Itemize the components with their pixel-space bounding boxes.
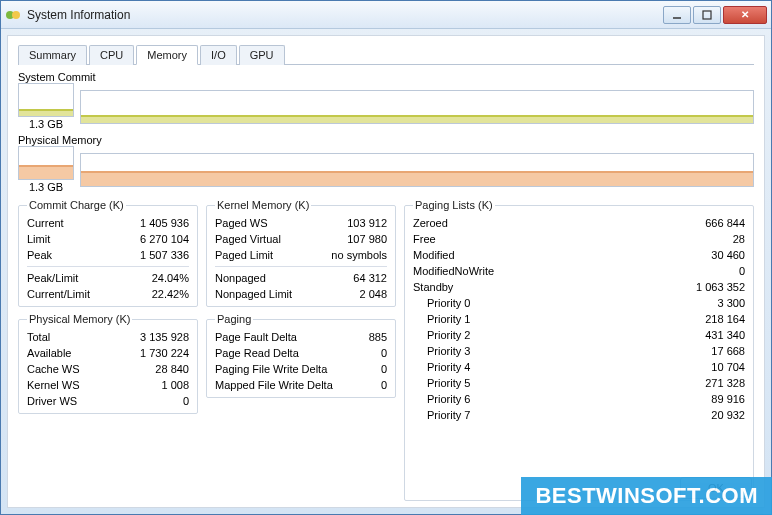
- stat-key: Nonpaged Limit: [215, 286, 292, 302]
- stat-value: no symbols: [321, 247, 387, 263]
- stat-value: 1 507 336: [130, 247, 189, 263]
- stat-value: 28: [723, 231, 745, 247]
- stat-row: Peak/Limit24.04%: [27, 270, 189, 286]
- stat-key: Priority 0: [427, 295, 470, 311]
- stat-row: Priority 689 916: [413, 391, 745, 407]
- system-commit-block: System Commit 1.3 GB: [18, 71, 754, 130]
- stat-value: 20 932: [701, 407, 745, 423]
- stat-row: Priority 317 668: [413, 343, 745, 359]
- window-buttons: ✕: [661, 6, 767, 24]
- stat-value: 89 916: [701, 391, 745, 407]
- stat-key: Current: [27, 215, 64, 231]
- stat-value: 0: [729, 263, 745, 279]
- stat-value: 17 668: [701, 343, 745, 359]
- stat-row: Limit6 270 104: [27, 231, 189, 247]
- kernel-memory-group: Kernel Memory (K) Paged WS103 912Paged V…: [206, 199, 396, 307]
- tab-summary[interactable]: Summary: [18, 45, 87, 65]
- content-area: Summary CPU Memory I/O GPU System Commit…: [7, 35, 765, 508]
- stat-value: 271 328: [695, 375, 745, 391]
- stat-row: Zeroed666 844: [413, 215, 745, 231]
- stat-value: 0: [371, 361, 387, 377]
- stat-key: Page Fault Delta: [215, 329, 297, 345]
- stat-key: Free: [413, 231, 436, 247]
- stat-key: Paged WS: [215, 215, 268, 231]
- stat-value: 1 008: [151, 377, 189, 393]
- stat-value: 1 405 936: [130, 215, 189, 231]
- stat-value: 666 844: [695, 215, 745, 231]
- stat-key: Current/Limit: [27, 286, 90, 302]
- stat-value: 64 312: [343, 270, 387, 286]
- stat-key: Cache WS: [27, 361, 80, 377]
- stat-value: 3 300: [707, 295, 745, 311]
- stat-value: 10 704: [701, 359, 745, 375]
- tab-cpu[interactable]: CPU: [89, 45, 134, 65]
- stat-row: Priority 03 300: [413, 295, 745, 311]
- maximize-button[interactable]: [693, 6, 721, 24]
- stat-key: Nonpaged: [215, 270, 266, 286]
- stat-key: Limit: [27, 231, 50, 247]
- stat-value: 22.42%: [142, 286, 189, 302]
- stat-key: Priority 5: [427, 375, 470, 391]
- stat-value: 1 063 352: [686, 279, 745, 295]
- stat-row: Driver WS0: [27, 393, 189, 409]
- stat-key: Peak/Limit: [27, 270, 78, 286]
- stat-row: Paging File Write Delta0: [215, 361, 387, 377]
- stat-key: Priority 2: [427, 327, 470, 343]
- stat-key: Kernel WS: [27, 377, 80, 393]
- system-commit-label: System Commit: [18, 71, 754, 83]
- stat-row: Total3 135 928: [27, 329, 189, 345]
- titlebar[interactable]: System Information ✕: [1, 1, 771, 29]
- app-icon: [5, 7, 21, 23]
- stat-value: 0: [371, 377, 387, 393]
- stat-value: 107 980: [337, 231, 387, 247]
- tab-gpu[interactable]: GPU: [239, 45, 285, 65]
- stat-row: Peak1 507 336: [27, 247, 189, 263]
- stat-row: Page Read Delta0: [215, 345, 387, 361]
- stat-row: Priority 1218 164: [413, 311, 745, 327]
- commit-charge-legend: Commit Charge (K): [27, 199, 126, 211]
- stat-row: Kernel WS1 008: [27, 377, 189, 393]
- stat-key: Peak: [27, 247, 52, 263]
- system-commit-value: 1.3 GB: [18, 118, 74, 130]
- stat-value: 2 048: [349, 286, 387, 302]
- stat-key: Priority 3: [427, 343, 470, 359]
- stat-key: Priority 1: [427, 311, 470, 327]
- stat-row: Paged WS103 912: [215, 215, 387, 231]
- stat-row: Available1 730 224: [27, 345, 189, 361]
- stat-value: 3 135 928: [130, 329, 189, 345]
- physical-memory-group: Physical Memory (K) Total3 135 928Availa…: [18, 313, 198, 414]
- stat-row: Standby1 063 352: [413, 279, 745, 295]
- stat-key: Page Read Delta: [215, 345, 299, 361]
- stat-value: 30 460: [701, 247, 745, 263]
- stat-row: Nonpaged Limit2 048: [215, 286, 387, 302]
- stat-row: Free28: [413, 231, 745, 247]
- stat-row: Priority 5271 328: [413, 375, 745, 391]
- svg-point-1: [12, 11, 20, 19]
- stat-key: Available: [27, 345, 71, 361]
- stat-key: Paged Virtual: [215, 231, 281, 247]
- stat-row: Priority 410 704: [413, 359, 745, 375]
- stat-key: Mapped File Write Delta: [215, 377, 333, 393]
- stat-value: 103 912: [337, 215, 387, 231]
- stat-value: 431 340: [695, 327, 745, 343]
- tab-io[interactable]: I/O: [200, 45, 237, 65]
- stat-value: 218 164: [695, 311, 745, 327]
- minimize-button[interactable]: [663, 6, 691, 24]
- stat-row: Priority 720 932: [413, 407, 745, 423]
- stat-row: ModifiedNoWrite0: [413, 263, 745, 279]
- tab-bar: Summary CPU Memory I/O GPU: [18, 44, 754, 65]
- stat-value: 6 270 104: [130, 231, 189, 247]
- stat-row: Mapped File Write Delta0: [215, 377, 387, 393]
- close-button[interactable]: ✕: [723, 6, 767, 24]
- kernel-memory-legend: Kernel Memory (K): [215, 199, 311, 211]
- commit-charge-group: Commit Charge (K) Current1 405 936Limit6…: [18, 199, 198, 307]
- stat-row: Priority 2431 340: [413, 327, 745, 343]
- stat-key: Zeroed: [413, 215, 448, 231]
- stat-row: Modified30 460: [413, 247, 745, 263]
- ok-button[interactable]: OK: [680, 477, 752, 499]
- stat-value: 0: [173, 393, 189, 409]
- system-commit-history-graph: [80, 90, 754, 124]
- stat-row: Paged Limitno symbols: [215, 247, 387, 263]
- stat-row: Page Fault Delta885: [215, 329, 387, 345]
- tab-memory[interactable]: Memory: [136, 45, 198, 65]
